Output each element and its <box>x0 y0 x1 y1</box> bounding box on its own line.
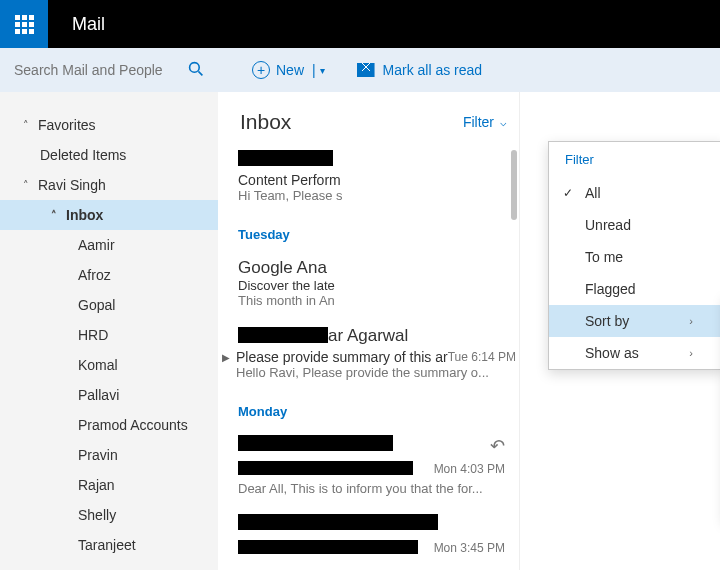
sidebar-subfolder[interactable]: Pravin <box>0 440 218 470</box>
sidebar-subfolder[interactable]: Rajan <box>0 470 218 500</box>
sidebar-subfolder[interactable]: Taranjeet <box>0 530 218 560</box>
title-bar: Mail <box>0 0 720 48</box>
sender-redacted <box>238 514 438 530</box>
sidebar-subfolder[interactable]: Afroz <box>0 260 218 290</box>
sidebar-subfolder[interactable]: Pallavi <box>0 380 218 410</box>
sender-redacted <box>238 150 333 166</box>
subject-redacted <box>238 540 418 554</box>
waffle-icon <box>15 15 34 34</box>
sender-redacted <box>238 435 393 451</box>
filter-menu-item[interactable]: Flagged <box>549 273 720 305</box>
filter-button[interactable]: Filter ⌵ <box>463 114 507 130</box>
filter-menu: Filter AllUnreadTo meFlaggedSort by›Show… <box>548 141 720 370</box>
search-input[interactable] <box>14 62 164 78</box>
sidebar-favorites[interactable]: ˄ Favorites <box>0 110 218 140</box>
mail-icon <box>357 63 375 77</box>
sidebar-account[interactable]: ˄ Ravi Singh <box>0 170 218 200</box>
sidebar-subfolder[interactable]: Shelly <box>0 500 218 530</box>
filter-menu-item[interactable]: To me <box>549 241 720 273</box>
message-item[interactable]: Content Perform Hi Team, Please s <box>238 144 519 215</box>
sidebar-deleted-items[interactable]: Deleted Items <box>0 140 218 170</box>
message-item[interactable]: ar Agarwal ▶ Please provide summary of t… <box>238 320 519 392</box>
sidebar-subfolder[interactable]: Komal <box>0 350 218 380</box>
sender-redacted <box>238 327 328 343</box>
app-launcher[interactable] <box>0 0 48 48</box>
svg-line-1 <box>198 71 202 75</box>
chevron-up-icon: ˄ <box>48 209 60 222</box>
group-header: Tuesday <box>238 215 519 252</box>
scrollbar[interactable] <box>509 150 519 570</box>
chevron-right-icon: › <box>689 347 693 359</box>
sidebar-subfolder[interactable]: Pramod Accounts <box>0 410 218 440</box>
expand-icon[interactable]: ▶ <box>222 349 230 367</box>
chevron-right-icon: › <box>689 315 693 327</box>
folder-title: Inbox <box>240 110 291 134</box>
mark-read-label: Mark all as read <box>383 62 483 78</box>
message-list: Content Perform Hi Team, Please s Tuesda… <box>218 144 519 570</box>
filter-menu-item[interactable]: All <box>549 177 720 209</box>
mark-all-read-button[interactable]: Mark all as read <box>347 56 493 84</box>
message-item[interactable]: ↶ Mon 4:03 PM Dear All, This is to infor… <box>238 429 519 508</box>
reply-icon[interactable]: ↶ <box>490 435 505 457</box>
sidebar-inbox[interactable]: ˄ Inbox <box>0 200 218 230</box>
sidebar-subfolder[interactable]: Gopal <box>0 290 218 320</box>
app-title: Mail <box>48 0 105 48</box>
search-icon[interactable] <box>188 61 204 80</box>
sidebar-subfolder[interactable]: Aamir <box>0 230 218 260</box>
new-button[interactable]: + New | ▾ <box>242 55 335 85</box>
command-bar: + New | ▾ Mark all as read <box>0 48 720 92</box>
group-header: Monday <box>238 392 519 429</box>
message-list-pane: Inbox Filter ⌵ Content Perform Hi Team, … <box>218 92 520 570</box>
search-box[interactable] <box>0 48 218 92</box>
svg-point-0 <box>190 62 200 72</box>
filter-menu-item[interactable]: Unread <box>549 209 720 241</box>
new-label: New <box>276 62 304 78</box>
message-item[interactable]: Mon 3:45 PM <box>238 508 519 570</box>
message-item[interactable]: Google Ana Discover the late This month … <box>238 252 519 320</box>
filter-menu-item[interactable]: Show as› <box>549 337 720 369</box>
nav-sidebar: ˄ Favorites Deleted Items ˄ Ravi Singh ˄… <box>0 92 218 570</box>
scroll-thumb[interactable] <box>511 150 517 220</box>
chevron-up-icon: ˄ <box>20 119 32 132</box>
menu-heading: Filter <box>549 142 720 177</box>
subject-redacted <box>238 461 413 475</box>
chevron-up-icon: ˄ <box>20 179 32 192</box>
sidebar-subfolder[interactable]: HRD <box>0 320 218 350</box>
chevron-down-icon: ⌵ <box>500 116 507 129</box>
filter-menu-item[interactable]: Sort by› <box>549 305 720 337</box>
plus-icon: + <box>252 61 270 79</box>
chevron-down-icon[interactable]: ▾ <box>320 65 325 76</box>
